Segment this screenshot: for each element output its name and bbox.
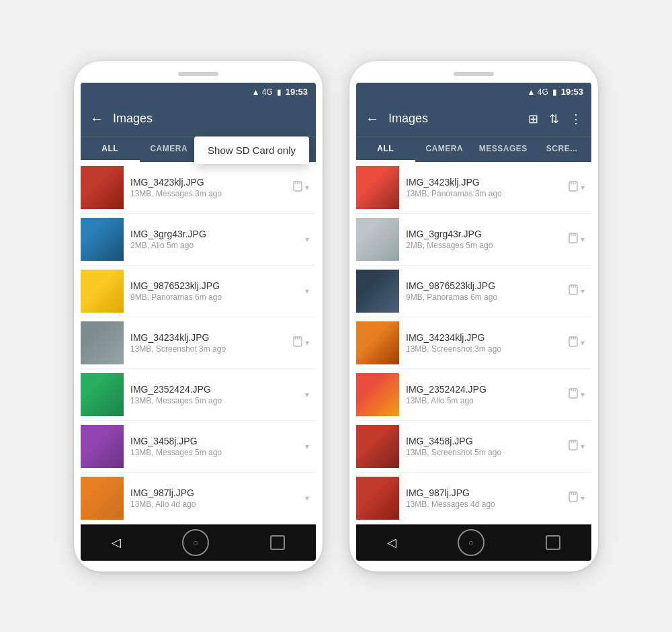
tab-all-right[interactable]: ALL [356, 137, 415, 162]
sd-card-icon [293, 336, 302, 350]
image-metadata: 9MB, Panoramas 6m ago [130, 292, 298, 302]
image-thumbnail [81, 477, 124, 520]
image-thumbnail [81, 321, 124, 364]
nav-recent-button[interactable] [270, 535, 285, 550]
image-metadata: 2MB, Allo 5m ago [130, 241, 298, 250]
tab-camera[interactable]: CAMERA [140, 137, 199, 162]
row-actions: ▾ [569, 284, 585, 298]
image-metadata: 13MB, Screenshot 5m ago [406, 448, 562, 457]
image-list-left: IMG_3423klj.JPG13MB, Messages 3m ago▾IMG… [81, 162, 316, 524]
image-filename: IMG_34234klj.JPG [406, 332, 562, 343]
row-expand-chevron[interactable]: ▾ [305, 390, 309, 399]
back-button[interactable]: ← [87, 108, 106, 129]
row-expand-chevron[interactable]: ▾ [581, 390, 585, 399]
row-expand-chevron[interactable]: ▾ [581, 442, 585, 451]
image-filename: IMG_3458j.JPG [406, 436, 562, 446]
row-actions: ▾ [305, 442, 309, 451]
row-expand-chevron[interactable]: ▾ [581, 183, 585, 192]
image-thumbnail [81, 270, 124, 313]
nav-back-icon-right[interactable]: ◁ [387, 535, 396, 550]
image-row: IMG_34234klj.JPG13MB, Screenshot 3m ago▾ [356, 317, 591, 369]
image-info: IMG_3458j.JPG13MB, Screenshot 5m ago [406, 436, 562, 457]
nav-home-button-right[interactable]: ○ [458, 529, 485, 556]
tab-messages-right[interactable]: MESSAGES [474, 137, 533, 162]
image-metadata: 13MB, Allo 4d ago [130, 500, 298, 509]
image-filename: IMG_34234klj.JPG [130, 332, 286, 343]
image-filename: IMG_3grg43r.JPG [406, 229, 562, 239]
tab-screenshots-right[interactable]: SCRE... [533, 137, 592, 162]
image-thumbnail [81, 218, 124, 261]
row-actions: ▾ [569, 181, 585, 194]
image-thumbnail [356, 373, 399, 416]
row-expand-chevron[interactable]: ▾ [305, 442, 309, 451]
status-bar-right: ▲ 4G ▮ 19:53 [356, 83, 591, 102]
sort-icon[interactable]: ⇅ [546, 109, 562, 129]
image-info: IMG_3423klj.JPG13MB, Panoramas 3m ago [406, 177, 562, 198]
sd-card-icon [569, 233, 578, 246]
image-metadata: 13MB, Screenshot 3m ago [130, 344, 286, 354]
image-info: IMG_34234klj.JPG13MB, Screenshot 3m ago [130, 332, 286, 354]
row-expand-chevron[interactable]: ▾ [305, 235, 309, 244]
sd-card-icon [569, 181, 578, 194]
image-info: IMG_2352424.JPG13MB, Allo 5m ago [406, 384, 562, 405]
image-metadata: 2MB, Messages 5m ago [406, 241, 562, 250]
row-expand-chevron[interactable]: ▾ [581, 338, 585, 348]
nav-home-icon-right: ○ [468, 537, 474, 548]
tab-all[interactable]: ALL [81, 137, 140, 162]
image-row: IMG_9876523klj.JPG9MB, Panoramas 6m ago▾ [356, 266, 591, 317]
nav-back-icon[interactable]: ◁ [112, 535, 121, 550]
row-actions: ▾ [293, 181, 309, 194]
grid-view-icon[interactable]: ⊞ [526, 109, 541, 129]
image-row: IMG_3458j.JPG13MB, Messages 5m ago▾ [81, 421, 316, 473]
more-options-icon[interactable]: ⋮ [567, 109, 585, 129]
row-actions: ▾ [305, 493, 309, 503]
image-row: IMG_9876523klj.JPG9MB, Panoramas 6m ago▾ [81, 266, 316, 317]
image-info: IMG_9876523klj.JPG9MB, Panoramas 6m ago [130, 280, 298, 302]
time-display-right: 19:53 [561, 87, 583, 97]
row-expand-chevron[interactable]: ▾ [581, 286, 585, 296]
row-expand-chevron[interactable]: ▾ [581, 493, 585, 503]
toolbar-title-right: Images [388, 112, 519, 126]
battery-icon: ▮ [277, 87, 282, 97]
nav-recent-button-right[interactable] [546, 535, 560, 550]
signal-icon: ▲ 4G [252, 87, 273, 97]
back-button-right[interactable]: ← [363, 108, 382, 129]
dropdown-popup[interactable]: Show SD Card only [194, 136, 309, 164]
image-metadata: 13MB, Messages 5m ago [130, 396, 298, 405]
image-metadata: 13MB, Screenshot 3m ago [406, 344, 562, 354]
time-display: 19:53 [286, 87, 308, 97]
status-bar-left: ▲ 4G ▮ 19:53 [81, 83, 316, 102]
image-info: IMG_987lj.JPG13MB, Allo 4d ago [130, 487, 298, 509]
phone-speaker-right [454, 72, 494, 76]
image-thumbnail [81, 166, 124, 209]
dropdown-option[interactable]: Show SD Card only [208, 145, 296, 156]
image-row: IMG_3grg43r.JPG2MB, Allo 5m ago▾ [81, 214, 316, 266]
image-metadata: 9MB, Panoramas 6m ago [406, 292, 562, 302]
row-actions: ▾ [569, 336, 585, 350]
row-expand-chevron[interactable]: ▾ [305, 183, 309, 192]
nav-home-button[interactable]: ○ [182, 529, 209, 556]
image-thumbnail [356, 218, 399, 261]
image-thumbnail [81, 373, 124, 416]
image-row: IMG_2352424.JPG13MB, Messages 5m ago▾ [81, 369, 316, 421]
image-metadata: 13MB, Messages 4d ago [406, 500, 562, 509]
sd-card-icon [569, 388, 578, 401]
row-actions: ▾ [305, 235, 309, 244]
row-expand-chevron[interactable]: ▾ [305, 338, 309, 348]
image-row: IMG_987lj.JPG13MB, Messages 4d ago▾ [356, 473, 591, 524]
image-row: IMG_34234klj.JPG13MB, Screenshot 3m ago▾ [81, 317, 316, 369]
row-expand-chevron[interactable]: ▾ [581, 235, 585, 244]
tab-camera-right[interactable]: CAMERA [415, 137, 474, 162]
image-filename: IMG_2352424.JPG [130, 384, 298, 395]
image-filename: IMG_987lj.JPG [130, 487, 298, 498]
image-info: IMG_3458j.JPG13MB, Messages 5m ago [130, 436, 298, 457]
sd-card-icon [569, 336, 578, 350]
signal-icon-right: ▲ 4G [528, 87, 548, 97]
row-actions: ▾ [569, 388, 585, 401]
row-expand-chevron[interactable]: ▾ [305, 493, 309, 503]
phone-left: ▲ 4G ▮ 19:53 ← Images Show SD Card only … [74, 61, 323, 571]
row-actions: ▾ [569, 491, 585, 505]
row-expand-chevron[interactable]: ▾ [305, 286, 309, 296]
sd-card-icon [569, 440, 578, 453]
image-info: IMG_9876523klj.JPG9MB, Panoramas 6m ago [406, 280, 562, 302]
